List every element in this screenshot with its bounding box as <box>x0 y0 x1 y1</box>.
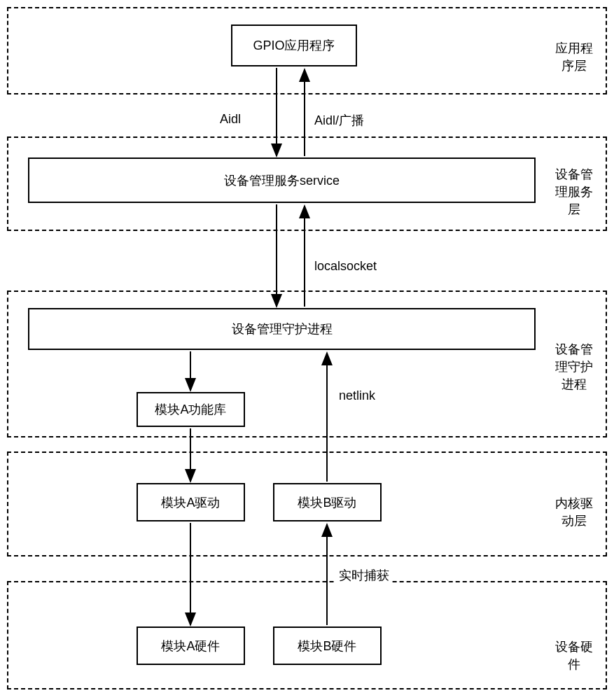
box-module-b-driver: 模块B驱动 <box>273 483 382 522</box>
label-aidl-down: Aidl <box>217 112 244 127</box>
box-device-service-text: 设备管理服务service <box>224 172 340 189</box>
box-module-a-driver: 模块A驱动 <box>137 483 245 522</box>
layer-label-application: 应用程序层 <box>553 40 595 75</box>
box-module-b-driver-text: 模块B驱动 <box>298 494 356 511</box>
layer-label-service: 设备管理服务层 <box>553 166 595 219</box>
layer-label-hardware: 设备硬件 <box>553 638 595 673</box>
box-module-a-hw: 模块A硬件 <box>137 626 245 665</box>
box-gpio-app-text: GPIO应用程序 <box>253 37 335 54</box>
layer-label-daemon: 设备管理守护进程 <box>553 341 595 394</box>
box-device-service: 设备管理服务service <box>28 158 536 203</box>
layer-label-kernel: 内核驱动层 <box>553 495 595 530</box>
box-device-daemon-text: 设备管理守护进程 <box>232 321 333 337</box>
label-realtime: 实时捕获 <box>336 567 392 584</box>
box-module-a-driver-text: 模块A驱动 <box>161 494 220 511</box>
box-gpio-app: GPIO应用程序 <box>231 24 357 66</box>
label-netlink: netlink <box>336 388 378 403</box>
box-module-b-hw-text: 模块B硬件 <box>298 638 356 654</box>
box-module-b-hw: 模块B硬件 <box>273 626 382 665</box>
box-device-daemon: 设备管理守护进程 <box>28 308 536 350</box>
box-module-a-lib-text: 模块A功能库 <box>155 401 226 418</box>
box-module-a-hw-text: 模块A硬件 <box>161 638 220 654</box>
box-module-a-lib: 模块A功能库 <box>137 392 245 427</box>
label-aidl-up: Aidl/广播 <box>312 112 367 129</box>
label-localsocket: localsocket <box>312 259 379 274</box>
